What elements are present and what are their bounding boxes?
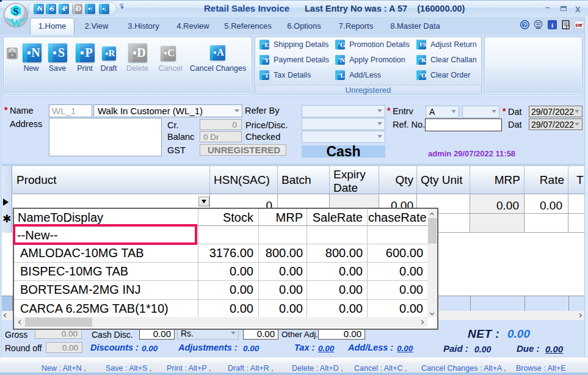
svg-text:?: ? <box>523 22 527 28</box>
svg-text:S: S <box>13 6 19 16</box>
svg-text:W: W <box>10 16 22 29</box>
svg-text:EXIT: EXIT <box>575 23 583 28</box>
svg-text:i: i <box>551 21 553 29</box>
